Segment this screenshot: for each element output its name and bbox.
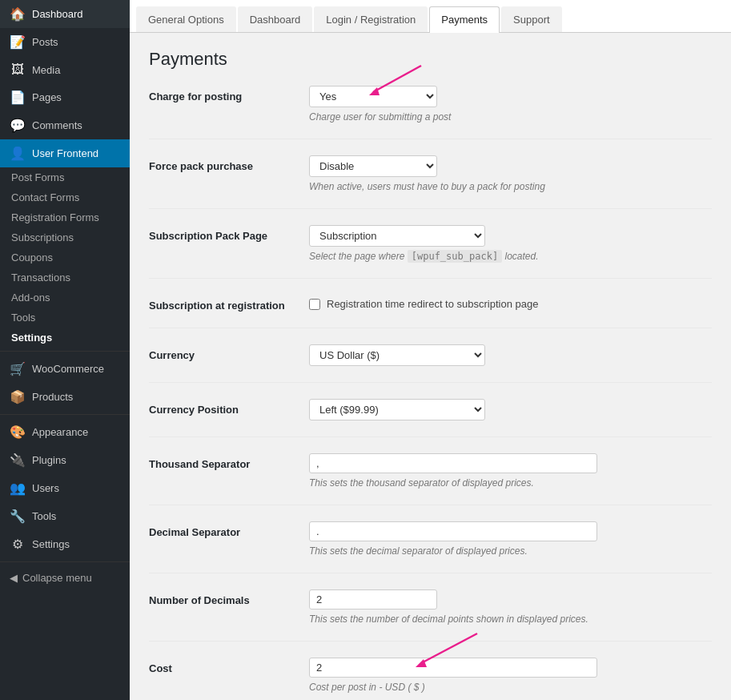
sidebar-sub-item-registration-forms[interactable]: Registration Forms	[0, 207, 130, 227]
hint-cost: Cost per post in - USD ( $ )	[309, 682, 712, 693]
payments-content: Payments Charge for posting Yes No Charg…	[130, 33, 731, 700]
sidebar-item-users[interactable]: 👥 Users	[0, 474, 130, 502]
control-charge-for-posting: Yes No Charge user for submitting a post	[309, 86, 712, 123]
checkbox-wrap-registration: Registration time redirect to subscripti…	[309, 295, 712, 310]
main-content: General Options Dashboard Login / Regist…	[130, 0, 731, 700]
field-force-pack-purchase: Force pack purchase Disable Enable When …	[149, 155, 712, 209]
sidebar-item-products[interactable]: 📦 Products	[0, 383, 130, 411]
woocommerce-icon: 🛒	[10, 361, 26, 376]
separator-3	[0, 561, 130, 562]
sidebar-item-settings[interactable]: ⚙ Settings	[0, 530, 130, 558]
control-currency: US Dollar ($) Euro (€) British Pound (£)	[309, 344, 712, 366]
hint-decimal-separator: This sets the decimal separator of displ…	[309, 545, 712, 557]
media-icon: 🖼	[10, 62, 26, 77]
sidebar-item-comments[interactable]: 💬 Comments	[0, 111, 130, 139]
field-thousand-separator: Thousand Separator This sets the thousan…	[149, 453, 712, 505]
field-decimal-separator: Decimal Separator This sets the decimal …	[149, 521, 712, 573]
products-icon: 📦	[10, 389, 26, 404]
sidebar-item-tools[interactable]: 🔧 Tools	[0, 502, 130, 530]
label-subscription-at-registration: Subscription at registration	[149, 295, 309, 312]
field-cost: Cost Cost per post in - USD ( $ )	[149, 658, 712, 700]
sidebar-sub-item-add-ons[interactable]: Add-ons	[0, 288, 130, 308]
hint-number-of-decimals: This sets the number of decimal points s…	[309, 614, 712, 625]
field-number-of-decimals: Number of Decimals This sets the number …	[149, 589, 712, 642]
hint-subscription-pack-page: Select the page where [wpuf_sub_pack] lo…	[309, 251, 712, 262]
control-number-of-decimals: This sets the number of decimal points s…	[309, 589, 712, 625]
sidebar-item-media[interactable]: 🖼 Media	[0, 56, 130, 83]
appearance-icon: 🎨	[10, 424, 26, 440]
tab-login-registration[interactable]: Login / Registration	[314, 6, 428, 32]
separator-1	[0, 351, 130, 352]
shortcode-wpuf-sub-pack: [wpuf_sub_pack]	[408, 250, 502, 263]
field-subscription-pack-page: Subscription Pack Page Subscription Sele…	[149, 225, 712, 279]
comments-icon: 💬	[10, 118, 26, 133]
select-subscription-pack-page[interactable]: Subscription	[309, 225, 485, 247]
users-icon: 👥	[10, 481, 26, 496]
field-subscription-at-registration: Subscription at registration Registratio…	[149, 295, 712, 328]
select-currency-position[interactable]: Left ($99.99) Right ($99.99) Left with s…	[309, 399, 485, 420]
sidebar-item-plugins[interactable]: 🔌 Plugins	[0, 446, 130, 474]
hint-charge-for-posting: Charge user for submitting a post	[309, 111, 712, 123]
select-force-pack-purchase[interactable]: Disable Enable	[309, 155, 437, 177]
sidebar-item-dashboard[interactable]: 🏠 Dashboard	[0, 0, 130, 28]
sidebar-sub-item-settings[interactable]: Settings	[0, 328, 130, 348]
control-currency-position: Left ($99.99) Right ($99.99) Left with s…	[309, 399, 712, 420]
select-currency[interactable]: US Dollar ($) Euro (€) British Pound (£)	[309, 344, 485, 366]
control-subscription-at-registration: Registration time redirect to subscripti…	[309, 295, 712, 310]
tab-support[interactable]: Support	[501, 6, 562, 32]
hint-force-pack-purchase: When active, users must have to buy a pa…	[309, 181, 712, 192]
label-force-pack-purchase: Force pack purchase	[149, 155, 309, 172]
label-charge-for-posting: Charge for posting	[149, 86, 309, 103]
collapse-icon: ◀	[10, 572, 18, 584]
tools-icon: 🔧	[10, 509, 26, 524]
label-number-of-decimals: Number of Decimals	[149, 589, 309, 606]
tab-general-options[interactable]: General Options	[136, 6, 236, 32]
control-subscription-pack-page: Subscription Select the page where [wpuf…	[309, 225, 712, 262]
input-cost[interactable]	[309, 658, 597, 678]
dashboard-icon: 🏠	[10, 6, 26, 22]
posts-icon: 📝	[10, 34, 26, 50]
label-cost: Cost	[149, 658, 309, 674]
sidebar-sub-item-transactions[interactable]: Transactions	[0, 268, 130, 288]
hint-thousand-separator: This sets the thousand separator of disp…	[309, 477, 712, 489]
checkbox-label-registration: Registration time redirect to subscripti…	[327, 298, 538, 310]
label-thousand-separator: Thousand Separator	[149, 453, 309, 470]
sidebar-sub-item-coupons[interactable]: Coupons	[0, 247, 130, 268]
tab-payments[interactable]: Payments	[429, 6, 500, 33]
input-thousand-separator[interactable]	[309, 453, 597, 473]
page-title: Payments	[149, 49, 712, 70]
separator-2	[0, 414, 130, 415]
sidebar-sub-item-subscriptions[interactable]: Subscriptions	[0, 227, 130, 247]
select-charge-for-posting[interactable]: Yes No	[309, 86, 437, 107]
user-frontend-submenu: Post Forms Contact Forms Registration Fo…	[0, 167, 130, 348]
input-number-of-decimals[interactable]	[309, 589, 437, 609]
tab-dashboard[interactable]: Dashboard	[238, 6, 313, 32]
sidebar-sub-item-contact-forms[interactable]: Contact Forms	[0, 187, 130, 207]
label-subscription-pack-page: Subscription Pack Page	[149, 225, 309, 242]
sidebar-item-woocommerce[interactable]: 🛒 WooCommerce	[0, 355, 130, 383]
field-charge-for-posting: Charge for posting Yes No Charge user fo…	[149, 86, 712, 139]
sidebar-item-user-frontend[interactable]: 👤 User Frontend	[0, 139, 130, 167]
sidebar: 🏠 Dashboard 📝 Posts 🖼 Media 📄 Pages 💬 Co…	[0, 0, 130, 700]
checkbox-subscription-at-registration[interactable]	[309, 299, 320, 310]
control-cost: Cost per post in - USD ( $ )	[309, 658, 712, 693]
field-currency-position: Currency Position Left ($99.99) Right ($…	[149, 399, 712, 437]
label-decimal-separator: Decimal Separator	[149, 521, 309, 538]
collapse-menu[interactable]: ◀ Collapse menu	[0, 565, 130, 590]
control-decimal-separator: This sets the decimal separator of displ…	[309, 521, 712, 557]
sidebar-sub-item-tools[interactable]: Tools	[0, 308, 130, 328]
user-frontend-icon: 👤	[10, 146, 26, 161]
sidebar-item-appearance[interactable]: 🎨 Appearance	[0, 418, 130, 446]
sidebar-sub-item-post-forms[interactable]: Post Forms	[0, 167, 130, 187]
tabs-bar: General Options Dashboard Login / Regist…	[130, 0, 731, 33]
input-decimal-separator[interactable]	[309, 521, 597, 541]
plugins-icon: 🔌	[10, 453, 26, 468]
sidebar-item-pages[interactable]: 📄 Pages	[0, 83, 130, 111]
sidebar-item-posts[interactable]: 📝 Posts	[0, 28, 130, 56]
label-currency: Currency	[149, 344, 309, 361]
settings-icon: ⚙	[10, 537, 26, 552]
control-thousand-separator: This sets the thousand separator of disp…	[309, 453, 712, 489]
control-force-pack-purchase: Disable Enable When active, users must h…	[309, 155, 712, 192]
field-currency: Currency US Dollar ($) Euro (€) British …	[149, 344, 712, 383]
pages-icon: 📄	[10, 90, 26, 105]
